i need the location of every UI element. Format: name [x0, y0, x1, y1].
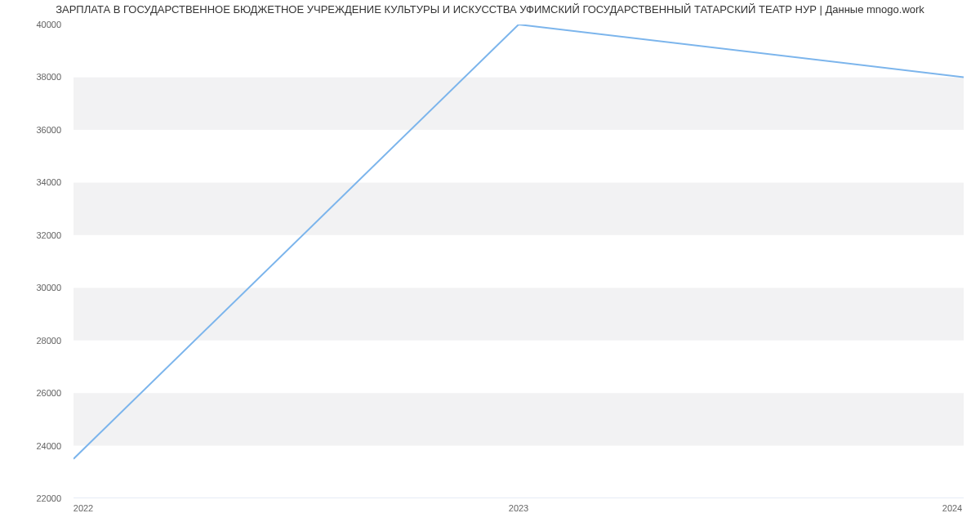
grid-band: [74, 130, 964, 182]
chart-svg: [74, 25, 964, 498]
x-tick-label: 2024: [942, 503, 962, 513]
grid-band: [74, 393, 964, 445]
x-tick-label: 2023: [509, 503, 528, 513]
grid-bands: [74, 25, 964, 498]
y-tick-label: 24000: [36, 441, 61, 451]
y-tick-label: 38000: [36, 72, 61, 82]
y-tick-label: 28000: [36, 336, 61, 346]
grid-band: [74, 341, 964, 393]
x-tick-label: 2022: [74, 503, 93, 513]
y-tick-label: 30000: [36, 283, 61, 292]
grid-band: [74, 288, 964, 340]
y-tick-label: 40000: [36, 20, 61, 29]
plot-area: [74, 25, 964, 498]
y-tick-label: 26000: [36, 388, 61, 398]
y-tick-label: 36000: [36, 125, 61, 135]
grid-band: [74, 25, 964, 77]
y-tick-label: 22000: [36, 493, 61, 503]
grid-band: [74, 235, 964, 288]
chart-title: ЗАРПЛАТА В ГОСУДАРСТВЕННОЕ БЮДЖЕТНОЕ УЧР…: [0, 3, 980, 16]
grid-band: [74, 77, 964, 129]
y-axis-ticks: 2200024000260002800030000320003400036000…: [0, 25, 69, 498]
grid-band: [74, 446, 964, 498]
grid-band: [74, 182, 964, 234]
chart-container: ЗАРПЛАТА В ГОСУДАРСТВЕННОЕ БЮДЖЕТНОЕ УЧР…: [0, 0, 980, 531]
y-tick-label: 32000: [36, 230, 61, 240]
y-tick-label: 34000: [36, 177, 61, 187]
